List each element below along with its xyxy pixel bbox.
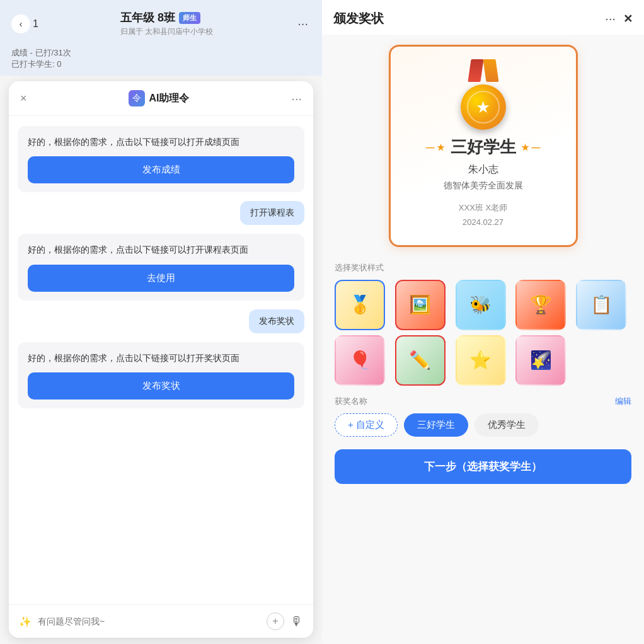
medal-circle: ★	[461, 84, 506, 130]
ai-bot-message-3: 好的，根据你的需求，点击以下链接可以打开奖状页面 发布奖状	[18, 342, 304, 408]
goto-use-button[interactable]: 去使用	[28, 265, 294, 292]
cert-medal: ★	[455, 59, 512, 129]
top-bar: ‹ 1 五年级 8班 师生 归属于 太和县闫庙中小学校 ···	[0, 0, 322, 42]
medal-star: ★	[476, 98, 490, 117]
ai-bot-text-3: 好的，根据你的需求，点击以下链接可以打开奖状页面	[28, 351, 294, 365]
ai-close-button[interactable]: ×	[20, 92, 27, 105]
award-name-label: 获奖名称	[335, 396, 367, 407]
right-close-button[interactable]: ✕	[623, 12, 633, 26]
style-item-4-inner: 🏆	[517, 281, 565, 329]
cert-description: 德智体美劳全面发展	[406, 180, 561, 192]
left-panel: ‹ 1 五年级 8班 师生 归属于 太和县闫庙中小学校 ··· 成绩 - 已打/…	[0, 0, 322, 644]
ai-input-area	[38, 616, 260, 626]
next-step-button[interactable]: 下一步（选择获奖学生）	[335, 449, 631, 484]
ai-user-message-1: 打开课程表	[240, 201, 304, 225]
ai-mic-button[interactable]: 🎙	[290, 614, 303, 629]
back-num: 1	[33, 18, 38, 30]
cert-student-name: 朱小志	[406, 163, 561, 176]
ribbon-right	[483, 59, 498, 82]
style-selector: 选择奖状样式 🥇 🖼️ 🐝 🏆 📋 🎈 ✏️	[322, 257, 644, 391]
right-header-actions: ··· ✕	[605, 11, 633, 26]
style-item-5[interactable]: 📋	[576, 280, 626, 330]
cert-title-deco-left: — ★	[426, 142, 446, 152]
cert-award-title: — ★ 三好学生 ★ —	[406, 136, 561, 158]
ribbon-left	[468, 59, 483, 82]
ai-more-button[interactable]: ···	[291, 91, 302, 106]
certificate-card: ★ — ★ 三好学生 ★ — 朱小志 德智体美劳全面发展 XXX班 X老师 20…	[389, 45, 578, 247]
style-item-9[interactable]: 🌠	[515, 335, 566, 386]
style-item-2[interactable]: 🖼️	[395, 280, 446, 330]
style-item-8[interactable]: ⭐	[456, 335, 506, 386]
magic-icon: ✨	[19, 616, 32, 628]
ai-title: AI助理令	[149, 92, 189, 105]
class-subtitle: 归属于 太和县闫庙中小学校	[120, 26, 213, 37]
ai-bot-text-2: 好的，根据你的需求，点击以下链接可以打开课程表页面	[28, 243, 294, 256]
publish-award-button[interactable]: 发布奖状	[28, 372, 294, 400]
back-circle: ‹	[11, 14, 30, 33]
style-selector-label: 选择奖状样式	[335, 262, 631, 273]
ai-header: × 令 AI助理令 ···	[9, 81, 313, 116]
style-item-7[interactable]: ✏️	[395, 335, 446, 386]
cert-meta: XXX班 X老师 2024.02.27	[406, 200, 561, 230]
style-item-2-inner: 🖼️	[396, 281, 444, 329]
award-name-edit-button[interactable]: 编辑	[615, 396, 631, 407]
ai-input[interactable]	[38, 616, 260, 626]
right-more-button[interactable]: ···	[605, 11, 616, 26]
ai-footer: ✨ + 🎙	[9, 604, 313, 638]
medal-inner: ★	[467, 91, 500, 124]
class-title: 五年级 8班 师生	[120, 10, 213, 25]
ai-bot-message-2: 好的，根据你的需求，点击以下链接可以打开课程表页面 去使用	[18, 234, 304, 300]
style-item-3-inner: 🐝	[457, 281, 505, 329]
certificate-area: ★ — ★ 三好学生 ★ — 朱小志 德智体美劳全面发展 XXX班 X老师 20…	[322, 35, 644, 257]
class-info: 成绩 - 已打/31次 已打卡学生: 0	[0, 42, 322, 75]
ai-bot-text-1: 好的，根据你的需求，点击以下链接可以打开成绩页面	[28, 135, 294, 149]
ai-icon: 令	[129, 90, 145, 106]
medal-ribbon	[455, 59, 512, 82]
ai-bot-message-1: 好的，根据你的需求，点击以下链接可以打开成绩页面 发布成绩	[18, 126, 304, 192]
award-tag-sanhao[interactable]: 三好学生	[404, 413, 468, 437]
publish-grades-button[interactable]: 发布成绩	[28, 156, 294, 183]
cert-content-area: — ★ 三好学生 ★ — 朱小志 德智体美劳全面发展 XXX班 X老师 2024…	[406, 136, 561, 230]
style-item-9-inner: 🌠	[517, 336, 565, 384]
back-button[interactable]: ‹ 1	[11, 14, 38, 33]
style-item-1-inner: 🥇	[336, 281, 384, 329]
award-tag-custom[interactable]: + 自定义	[335, 413, 398, 437]
award-name-header: 获奖名称 编辑	[335, 396, 631, 407]
style-item-6[interactable]: 🎈	[335, 335, 385, 386]
style-item-6-inner: 🎈	[336, 336, 384, 384]
style-item-7-inner: ✏️	[396, 336, 444, 384]
right-panel-title: 颁发奖状	[333, 10, 384, 27]
ai-chat-body[interactable]: 好的，根据你的需求，点击以下链接可以打开成绩页面 发布成绩 打开课程表 好的，根…	[9, 116, 313, 604]
award-name-section: 获奖名称 编辑 + 自定义 三好学生 优秀学生	[322, 391, 644, 442]
style-item-1[interactable]: 🥇	[335, 280, 385, 330]
style-item-4[interactable]: 🏆	[515, 280, 566, 330]
award-tags: + 自定义 三好学生 优秀学生	[335, 413, 631, 437]
award-tag-youxiu[interactable]: 优秀学生	[474, 413, 539, 437]
right-panel: 颁发奖状 ··· ✕ ★ — ★	[322, 0, 644, 644]
ai-modal: × 令 AI助理令 ··· 好的，根据你的需求，点击以下链接可以打开成绩页面 发…	[9, 81, 313, 638]
user-message-row-1: 打开课程表	[18, 201, 304, 225]
ai-plus-button[interactable]: +	[267, 612, 284, 630]
ai-user-message-2: 发布奖状	[249, 309, 304, 333]
more-options-button[interactable]: ···	[295, 14, 311, 33]
user-message-row-2: 发布奖状	[18, 309, 304, 333]
teacher-badge: 师生	[179, 12, 200, 24]
right-header: 颁发奖状 ··· ✕	[322, 0, 644, 35]
style-item-3[interactable]: 🐝	[456, 280, 506, 330]
cert-date: 2024.02.27	[406, 215, 561, 229]
cert-class-teacher: XXX班 X老师	[406, 200, 561, 215]
cert-title-deco-right: ★ —	[521, 142, 541, 152]
style-grid: 🥇 🖼️ 🐝 🏆 📋 🎈 ✏️ ⭐	[335, 280, 631, 386]
style-item-8-inner: ⭐	[457, 336, 505, 384]
ai-title-row: 令 AI助理令	[129, 90, 189, 106]
title-area: 五年级 8班 师生 归属于 太和县闫庙中小学校	[120, 10, 213, 37]
style-item-5-inner: 📋	[577, 281, 625, 329]
